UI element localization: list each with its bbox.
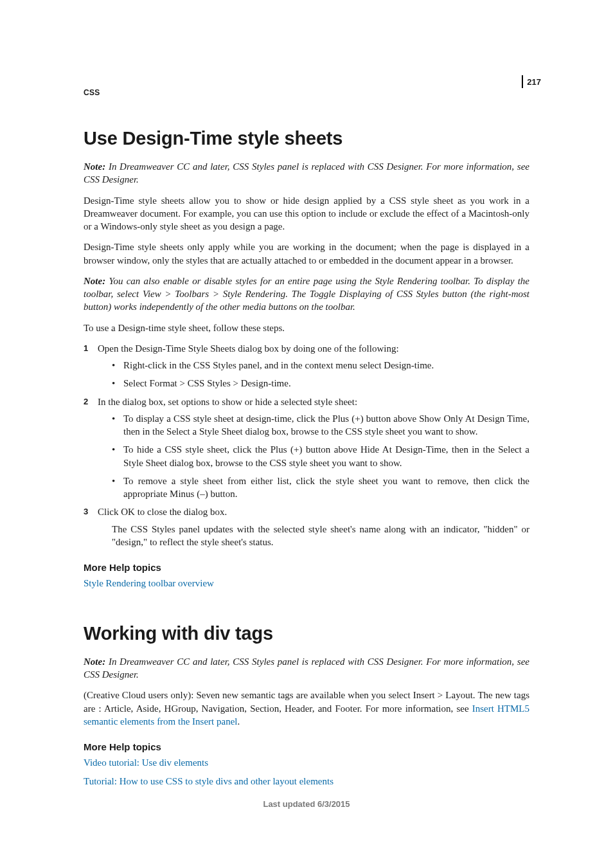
step-subtext: The CSS Styles panel updates with the se… xyxy=(112,523,529,549)
steps-list: Open the Design-Time Style Sheets dialog… xyxy=(84,342,529,548)
paragraph: Design-Time style sheets only apply whil… xyxy=(84,240,529,267)
list-item: Right-click in the CSS Styles panel, and… xyxy=(112,359,529,372)
section-title-2: Working with div tags xyxy=(84,621,529,646)
section-title-1: Use Design-Time style sheets xyxy=(84,126,529,151)
help-link-video-div[interactable]: Video tutorial: Use div elements xyxy=(84,757,208,768)
help-link-style-rendering[interactable]: Style Rendering toolbar overview xyxy=(84,578,214,588)
paragraph: Design-Time style sheets allow you to sh… xyxy=(84,194,529,233)
list-item: To hide a CSS style sheet, click the Plu… xyxy=(112,443,529,469)
paragraph: (Creative Cloud users only): Seven new s… xyxy=(84,689,529,728)
more-help-heading: More Help topics xyxy=(84,561,529,574)
more-help-heading-2: More Help topics xyxy=(84,741,529,754)
paragraph: To use a Design-time style sheet, follow… xyxy=(84,321,529,334)
footer-last-updated: Last updated 6/3/2015 xyxy=(0,799,613,810)
help-link-css-divs[interactable]: Tutorial: How to use CSS to style divs a… xyxy=(84,776,333,786)
list-item: To remove a style sheet from either list… xyxy=(112,475,529,501)
note-3: Note: In Dreamweaver CC and later, CSS S… xyxy=(84,655,529,682)
note-1: Note: In Dreamweaver CC and later, CSS S… xyxy=(84,160,529,186)
step-3: Click OK to close the dialog box. The CS… xyxy=(84,505,529,548)
step-2: In the dialog box, set options to show o… xyxy=(84,395,529,501)
list-item: To display a CSS style sheet at design-t… xyxy=(112,412,529,439)
list-item: Select Format > CSS Styles > Design-time… xyxy=(112,377,529,390)
step-1: Open the Design-Time Style Sheets dialog… xyxy=(84,342,529,390)
note-2: Note: You can also enable or disable sty… xyxy=(84,275,529,314)
